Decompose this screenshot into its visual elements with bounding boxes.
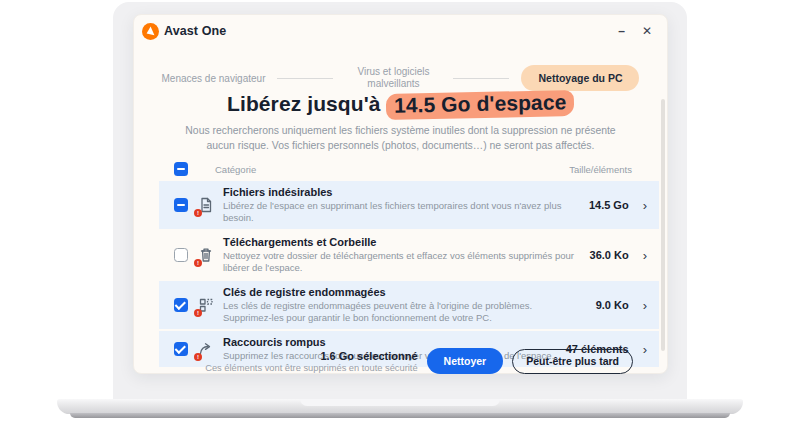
page-title-highlight: 14.5 Go d'espace — [385, 90, 574, 120]
page-title: Libérez jusqu'à14.5 Go d'espace — [134, 92, 667, 118]
row-checkbox[interactable] — [174, 248, 188, 262]
row-size: 36.0 Ko — [590, 249, 629, 261]
chevron-right-icon[interactable]: › — [643, 343, 647, 356]
row-title: Téléchargements et Corbeille — [223, 236, 575, 249]
tab-virus-malware[interactable]: Virus et logiciels malveillants — [345, 66, 441, 91]
window-controls: – ✕ — [616, 23, 654, 39]
selection-summary: 1.6 Go sélectionné Ces éléments vont êtr… — [205, 350, 417, 373]
row-texts: Téléchargements et Corbeille Nettoyez vo… — [223, 236, 575, 274]
laptop-notch — [300, 399, 500, 406]
page: Avast One – ✕ Menaces de navigateur Viru… — [0, 0, 800, 422]
table-row[interactable]: Fichiers indésirables Libérez de l'espac… — [159, 181, 659, 229]
close-button[interactable]: ✕ — [640, 23, 654, 39]
page-subtitle: Nous rechercherons uniquement les fichie… — [175, 123, 627, 153]
trash-icon — [197, 246, 215, 264]
row-description: Nettoyez votre dossier de téléchargement… — [223, 250, 575, 274]
avast-logo-icon — [142, 23, 159, 40]
stepper-connector — [277, 78, 333, 79]
chevron-right-icon[interactable]: › — [643, 299, 647, 312]
alert-badge-icon — [194, 309, 202, 317]
table-row[interactable]: Clés de registre endommagées Les clés de… — [159, 281, 659, 329]
row-checkbox[interactable] — [174, 298, 188, 312]
size-column-header: Taille/éléments — [569, 164, 659, 175]
row-description: Libérez de l'espace en supprimant les fi… — [223, 200, 575, 224]
alert-badge-icon — [194, 209, 202, 217]
chevron-right-icon[interactable]: › — [643, 249, 647, 262]
row-size: 14.5 Go — [589, 199, 629, 211]
row-texts: Clés de registre endommagées Les clés de… — [223, 286, 575, 324]
chevron-right-icon[interactable]: › — [643, 199, 647, 212]
page-title-prefix: Libérez jusqu'à — [227, 92, 381, 115]
action-bar: 1.6 Go sélectionné Ces éléments vont êtr… — [159, 348, 633, 374]
maybe-later-button[interactable]: Peut-être plus tard — [512, 349, 633, 374]
avast-one-window: Avast One – ✕ Menaces de navigateur Viru… — [133, 14, 668, 374]
safety-note: Ces éléments vont être supprimés en tout… — [205, 363, 417, 373]
select-all-checkbox[interactable] — [174, 162, 188, 176]
titlebar: Avast One – ✕ — [134, 15, 667, 47]
alert-badge-icon — [194, 259, 202, 267]
table-row[interactable]: Téléchargements et Corbeille Nettoyez vo… — [159, 231, 659, 279]
row-size: 9.0 Ko — [596, 299, 629, 311]
row-title: Clés de registre endommagées — [223, 286, 575, 299]
registry-icon — [197, 296, 215, 314]
row-checkbox[interactable] — [174, 198, 188, 212]
scrollbar[interactable] — [661, 99, 665, 351]
category-column-header: Catégorie — [215, 164, 256, 175]
table-header: Catégorie Taille/éléments — [159, 161, 659, 177]
stepper-connector — [453, 78, 509, 79]
app-title: Avast One — [164, 24, 226, 38]
laptop-bottom-edge — [70, 413, 730, 418]
tab-browser-threats[interactable]: Menaces de navigateur — [162, 73, 266, 84]
minimize-button[interactable]: – — [616, 23, 627, 39]
row-texts: Fichiers indésirables Libérez de l'espac… — [223, 186, 575, 224]
cleanup-table: Catégorie Taille/éléments Fichiers indés… — [159, 161, 659, 369]
clean-button[interactable]: Nettoyer — [427, 348, 504, 374]
selected-size-label: 1.6 Go sélectionné — [205, 350, 417, 362]
junk-file-icon — [197, 196, 215, 214]
tab-pc-cleanup-active[interactable]: Nettoyage du PC — [521, 65, 639, 91]
row-title: Fichiers indésirables — [223, 186, 575, 199]
row-description: Les clés de registre endommagées peuvent… — [223, 300, 575, 324]
